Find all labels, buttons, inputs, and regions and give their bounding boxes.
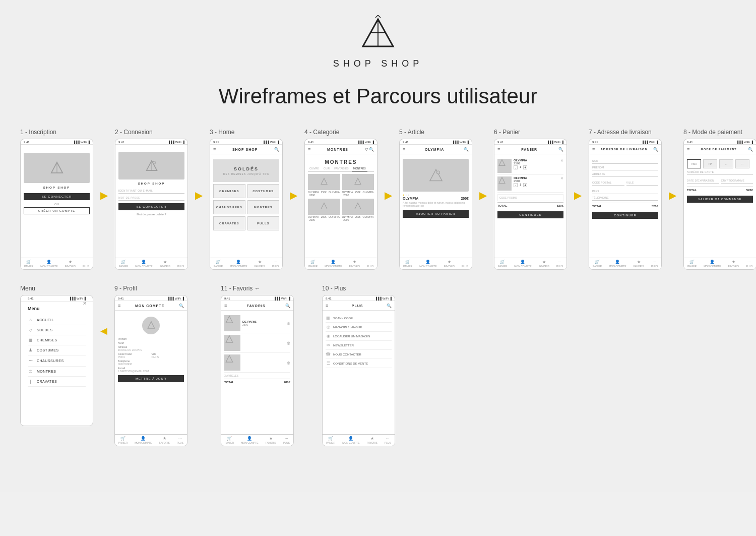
- phone-body-4: MONTRES CUIVRE CUIR FANTAISIES MONTRES O…: [305, 154, 377, 226]
- menu-item-montres[interactable]: ◎ MONTRES: [28, 367, 86, 377]
- frame-group-livraison: 7 - Adresse de livraison 9:41 ▐▐▐WiFi▐ ≡…: [589, 129, 662, 270]
- frame-label-profil: 9 - Profil: [114, 285, 137, 292]
- plus-contacter[interactable]: ☎ NOUS CONTACTER: [326, 350, 392, 359]
- phone-body-11: DE PARIS 250€ 🗑 🗑: [221, 311, 293, 388]
- menu-item-chemises[interactable]: ▦ CHEMISES: [28, 335, 86, 345]
- svg-marker-19: [226, 316, 232, 323]
- continuer-btn[interactable]: CONTINUER: [497, 211, 563, 218]
- mettre-a-jour-btn[interactable]: METTRE À JOUR: [118, 375, 184, 382]
- frame-group-menu: Menu 9:41 ▐▐▐WiFi▐ Menu ✕ ⌂ ACCUEIL ◇ SO…: [20, 285, 93, 426]
- brand-label: SHOP SHOP: [24, 186, 90, 189]
- svg-marker-17: [499, 177, 505, 184]
- phone-article: 9:41 ▐▐▐WiFi▐ ≡ OLYMPIA 🔍: [399, 139, 472, 270]
- svg-marker-12: [321, 203, 327, 209]
- menu-item-soldes[interactable]: ◇ SOLDES: [28, 325, 86, 335]
- card-visa[interactable]: VISA: [687, 159, 701, 168]
- phone-inscription: 9:41 ▐▐▐WiFi▐ SHOP SHOP SE CONNECTER OU: [20, 139, 93, 270]
- product-4[interactable]: OLYMPIA 250€ OLYMPIA 200€: [342, 199, 374, 221]
- arrow-6-7: ▶: [574, 129, 582, 201]
- nav-bar-home: ≡ SHOP SHOP 🔍: [210, 145, 282, 154]
- svg-marker-20: [226, 336, 232, 342]
- identifiant-field[interactable]: Identifiant ou E-mail: [118, 189, 184, 194]
- fav-item-2: 🗑: [224, 335, 290, 353]
- valider-btn[interactable]: VALIDER MA COMMANDE: [687, 196, 753, 203]
- arrow-2-3: ▶: [195, 129, 203, 201]
- cat-chaussures[interactable]: CHAUSSURES: [213, 200, 245, 214]
- cat-costumes[interactable]: COSTUMES: [247, 184, 280, 198]
- frame-label-favoris: 11 - Favoris ←: [221, 285, 261, 292]
- cat-tabs: CUIVRE CUIR FANTAISIES MONTRES: [308, 166, 374, 172]
- cat-montres[interactable]: MONTRES: [247, 200, 280, 214]
- status-bar-3: 9:41 ▐▐▐WiFi▐: [210, 139, 282, 145]
- phone-livraison: 9:41 ▐▐▐WiFi▐ ≡ ADRESSE DE LIVRAISON 🔍 N…: [589, 139, 662, 270]
- svg-marker-14: [430, 169, 442, 181]
- livraison-total: TOTAL 520€: [592, 203, 658, 209]
- frame-label-article: 5 - Article: [399, 129, 424, 136]
- svg-marker-11: [355, 178, 361, 185]
- product-2[interactable]: OLYMPIA 250€ OLYMPIA 200€: [342, 174, 374, 197]
- arrow-1-2: ▶: [100, 129, 108, 201]
- article-header: ●●●: [403, 193, 469, 196]
- phone-body-8: VISA PP ... ··· NUMÉRO DE CARTE DATE D'E…: [684, 154, 756, 208]
- plus-magasin[interactable]: ◎ MAGASIN / LANGUE: [326, 323, 392, 332]
- tab-bar-2: 🛒PANIER 👤MON COMPTE ★FAVORIS ···PLUS: [115, 258, 187, 269]
- cat-pulls[interactable]: PULLS: [247, 216, 280, 230]
- card-paypal[interactable]: PP: [703, 159, 717, 168]
- total-row: TOTAL 520€: [497, 202, 563, 209]
- tab-bar-3: 🛒PANIER 👤MON COMPTE ★FAVORIS ···PLUS: [210, 258, 282, 269]
- cat-cravates[interactable]: CRAVATES: [213, 216, 245, 230]
- card-other2[interactable]: ···: [735, 159, 749, 168]
- montres-heading: MONTRES: [308, 159, 374, 165]
- plus-scan[interactable]: ▦ SCAN / CODE: [326, 314, 392, 323]
- arrow-5-6: ▶: [479, 129, 487, 201]
- arrow-3-4: ▶: [290, 129, 297, 201]
- fav-trash-2[interactable]: 🗑: [287, 341, 290, 345]
- plus-newsletter[interactable]: ✉ NEWSLETTER: [326, 341, 392, 350]
- continuer-livraison-btn[interactable]: CONTINUER: [592, 212, 658, 219]
- cat-chemises[interactable]: CHEMISES: [213, 184, 245, 198]
- arrow-4-5: ▶: [385, 129, 392, 201]
- menu-item-chaussures[interactable]: 〜 CHAUSSURES: [28, 355, 86, 367]
- phone-body-3: SOLDÉS DES REMISES JUSQU'À 70% CHEMISES …: [210, 154, 282, 235]
- fav-trash-3[interactable]: 🗑: [287, 361, 290, 365]
- frames-row-2: Menu 9:41 ▐▐▐WiFi▐ Menu ✕ ⌂ ACCUEIL ◇ SO…: [20, 285, 736, 446]
- card-other[interactable]: ...: [719, 159, 733, 168]
- plus-localiser[interactable]: ◉ LOCALISER UN MAGASIN: [326, 332, 392, 341]
- nav-bar-5: ≡ OLYMPIA 🔍: [400, 145, 472, 154]
- frame-label-livraison: 7 - Adresse de livraison: [589, 129, 652, 136]
- menu-item-cravates[interactable]: ‖ CRAVATES: [28, 377, 86, 387]
- se-connecter-btn-2[interactable]: SE CONNECTER: [118, 203, 184, 210]
- password-field[interactable]: Mot de Passe: [118, 196, 184, 201]
- plus-conditions[interactable]: ☰ CONDITIONS DE VENTE: [326, 359, 392, 368]
- status-bar-9: 9:41 ▐▐▐WiFi▐: [115, 295, 187, 301]
- product-1[interactable]: OLYMPIA 250€ OLYMPIA 200€: [308, 174, 340, 197]
- payment-form: NUMÉRO DE CARTE DATE D'EXPIRATION CRYPTO…: [687, 170, 753, 193]
- article-price-row: OLYMPIA 260€: [403, 197, 469, 200]
- mot-de-passe-oublie[interactable]: Mot de passe oublié ?: [118, 213, 184, 216]
- menu-item-costumes[interactable]: ♟ COSTUMES: [28, 345, 86, 355]
- header: SHOP SHOP: [0, 0, 756, 74]
- hero-banner: SOLDÉS DES REMISES JUSQU'À 70%: [213, 159, 279, 182]
- menu-close[interactable]: ✕: [83, 301, 87, 306]
- tab-bar-inscription: 🛒PANIER 👤MON COMPTE ★FAVORIS ···PLUS: [21, 258, 93, 269]
- tab-bar-6: 🛒PANIER 👤MON COMPTE ★FAVORIS ···PLUS: [494, 258, 566, 269]
- favoris-total: TOTAL 780€: [224, 379, 290, 385]
- ou-label: OU: [24, 203, 90, 206]
- menu-item-accueil[interactable]: ⌂ ACCUEIL: [28, 315, 86, 325]
- product-grid-4: OLYMPIA 250€ OLYMPIA 200€ OLYMPIA 250€ O…: [308, 174, 374, 221]
- status-bar-7: 9:41 ▐▐▐WiFi▐: [589, 139, 661, 145]
- frame-label-menu: Menu: [20, 285, 35, 292]
- svg-marker-13: [355, 203, 361, 209]
- creer-compte-btn[interactable]: CRÉER UN COMPTE: [24, 207, 90, 214]
- profile-fields: Prénom NOM Adresse16 RUE DU LOUVRE Code …: [118, 337, 184, 373]
- frame-group-connexion: 2 - Connexion 9:41 ▐▐▐WiFi▐: [115, 129, 188, 270]
- code-promo-field[interactable]: CODE PROMO: [497, 194, 563, 201]
- se-connecter-btn[interactable]: SE CONNECTER: [24, 193, 90, 200]
- fav-trash-1[interactable]: 🗑: [287, 322, 290, 325]
- frame-group-paiement: 8 - Mode de paiement 9:41 ▐▐▐WiFi▐ ≡ MOD…: [683, 129, 756, 270]
- ajouter-panier-btn[interactable]: AJOUTER AU PANIER: [403, 210, 469, 218]
- phone-body-7: NOM PRÉNOM ADRESSE CODE POSTAL VILLE PAY…: [589, 154, 661, 224]
- frame-group-inscription: 1 - Inscription 9:41 ▐▐▐WiFi▐ SH: [20, 129, 93, 270]
- product-3[interactable]: OLYMPIA 250€ OLYMPIA 200€: [308, 199, 340, 221]
- frame-label-panier: 6 - Panier: [494, 129, 520, 136]
